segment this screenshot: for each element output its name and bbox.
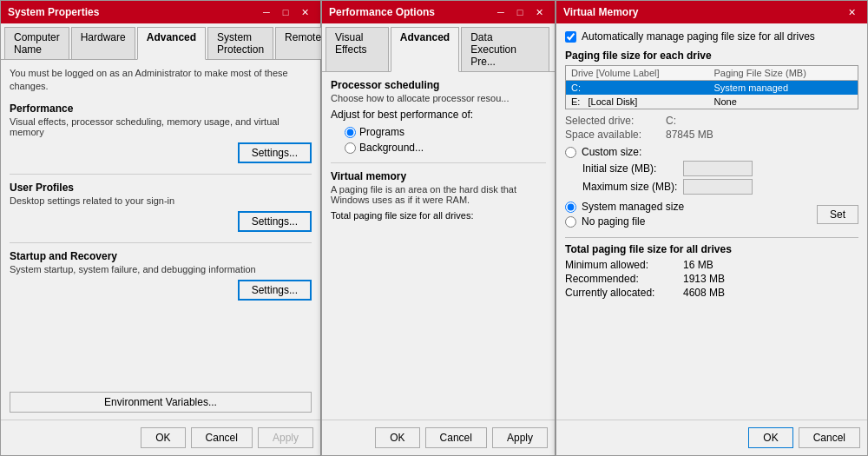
space-available-row: Space available: 87845 MB bbox=[565, 129, 858, 141]
user-profiles-settings-button[interactable]: Settings... bbox=[238, 211, 312, 232]
perf-close-button[interactable]: ✕ bbox=[530, 4, 548, 20]
space-available-label: Space available: bbox=[565, 129, 661, 141]
recommended-value: 1913 MB bbox=[683, 273, 725, 285]
perf-apply-button[interactable]: Apply bbox=[492, 427, 548, 448]
max-size-label: Maximum size (MB): bbox=[582, 181, 678, 193]
tab-advanced-perf[interactable]: Advanced bbox=[391, 27, 459, 72]
col-size: Paging File Size (MB) bbox=[708, 66, 858, 81]
vm-titlebar-controls: ✕ bbox=[843, 4, 860, 20]
vm-cancel-button[interactable]: Cancel bbox=[799, 427, 860, 448]
tab-advanced[interactable]: Advanced bbox=[137, 27, 206, 60]
cancel-button[interactable]: Cancel bbox=[191, 427, 253, 448]
minimize-button[interactable]: ─ bbox=[258, 4, 275, 20]
divider-2 bbox=[10, 242, 312, 243]
titlebar-controls: ─ □ ✕ bbox=[258, 4, 313, 20]
max-size-row: Maximum size (MB): bbox=[582, 179, 858, 195]
system-managed-label: System managed size bbox=[582, 201, 684, 213]
min-allowed-row: Minimum allowed: 16 MB bbox=[565, 259, 858, 271]
virtual-memory-title: Virtual Memory bbox=[563, 6, 638, 18]
currently-allocated-row: Currently allocated: 4608 MB bbox=[565, 287, 858, 299]
perf-maximize-button[interactable]: □ bbox=[511, 4, 529, 20]
performance-options-title: Performance Options bbox=[329, 6, 435, 18]
processor-scheduling-label: Processor scheduling bbox=[331, 79, 546, 91]
perf-ok-button[interactable]: OK bbox=[375, 427, 419, 448]
environment-variables-button[interactable]: Environment Variables... bbox=[10, 392, 312, 413]
apply-button[interactable]: Apply bbox=[258, 427, 313, 448]
perf-divider bbox=[331, 162, 546, 163]
processor-scheduling-desc: Choose how to allocate processor resou..… bbox=[331, 93, 546, 103]
tab-computer-name[interactable]: Computer Name bbox=[4, 27, 69, 59]
drive-c-size: System managed bbox=[708, 81, 858, 96]
auto-manage-row: Automatically manage paging file size fo… bbox=[565, 30, 858, 43]
programs-radio[interactable] bbox=[345, 127, 356, 138]
programs-radio-row: Programs bbox=[345, 126, 546, 138]
startup-settings-button[interactable]: Settings... bbox=[238, 280, 312, 301]
virtual-memory-content: Automatically manage paging file size fo… bbox=[556, 23, 867, 420]
background-radio-row: Background... bbox=[345, 142, 546, 154]
auto-manage-label: Automatically manage paging file size fo… bbox=[582, 30, 815, 43]
virtual-memory-label: Virtual memory bbox=[331, 170, 546, 182]
no-paging-radio[interactable] bbox=[565, 216, 576, 228]
no-paging-label: No paging file bbox=[582, 215, 645, 228]
total-paging-section: Total paging file size for all drives Mi… bbox=[565, 237, 858, 299]
ok-button[interactable]: OK bbox=[141, 427, 185, 448]
perf-titlebar-controls: ─ □ ✕ bbox=[492, 4, 548, 20]
divider-1 bbox=[10, 174, 312, 175]
virtual-memory-window: Virtual Memory ✕ Automatically manage pa… bbox=[556, 0, 868, 456]
auto-manage-checkbox[interactable] bbox=[565, 31, 576, 43]
system-properties-window: System Properties ─ □ ✕ Computer Name Ha… bbox=[0, 0, 321, 456]
drive-table: Drive [Volume Label] Paging File Size (M… bbox=[565, 65, 858, 109]
custom-size-radio[interactable] bbox=[565, 147, 576, 158]
selected-drive-row: Selected drive: C: bbox=[565, 115, 858, 127]
system-properties-title: System Properties bbox=[8, 6, 99, 18]
tab-hardware[interactable]: Hardware bbox=[71, 27, 135, 59]
virtual-memory-desc: A paging file is an area on the hard dis… bbox=[331, 184, 546, 205]
performance-desc: Visual effects, processor scheduling, me… bbox=[10, 116, 312, 137]
set-button[interactable]: Set bbox=[817, 205, 858, 224]
vm-ok-button[interactable]: OK bbox=[748, 427, 792, 448]
perf-cancel-button[interactable]: Cancel bbox=[425, 427, 487, 448]
system-properties-bottom-buttons: OK Cancel Apply bbox=[1, 420, 320, 455]
table-row[interactable]: C: System managed bbox=[566, 81, 858, 96]
currently-allocated-label: Currently allocated: bbox=[565, 287, 678, 299]
initial-size-input[interactable] bbox=[683, 161, 753, 176]
total-paging-title: Total paging file size for all drives bbox=[565, 243, 858, 255]
system-managed-row: System managed size bbox=[565, 201, 684, 213]
tab-visual-effects[interactable]: Visual Effects bbox=[326, 27, 389, 71]
startup-desc: System startup, system failure, and debu… bbox=[10, 264, 312, 274]
drive-e: E: [Local Disk] bbox=[566, 95, 709, 109]
size-options: System managed size No paging file bbox=[565, 198, 684, 230]
processor-radio-group: Programs Background... bbox=[345, 126, 546, 154]
admin-notice: You must be logged on as an Administrato… bbox=[10, 67, 312, 94]
table-row[interactable]: E: [Local Disk] None bbox=[566, 95, 858, 109]
tab-dep[interactable]: Data Execution Pre... bbox=[461, 27, 549, 71]
initial-size-label: Initial size (MB): bbox=[582, 162, 678, 175]
perf-minimize-button[interactable]: ─ bbox=[492, 4, 510, 20]
user-profiles-label: User Profiles bbox=[10, 182, 312, 194]
system-managed-radio[interactable] bbox=[565, 202, 576, 213]
max-size-input[interactable] bbox=[683, 179, 753, 195]
custom-size-label: Custom size: bbox=[582, 146, 641, 158]
total-paging-label: Total paging file size for all drives: bbox=[331, 210, 546, 221]
custom-size-row: Custom size: bbox=[565, 146, 858, 158]
best-perf-label: Adjust for best performance of: bbox=[331, 109, 546, 121]
close-button[interactable]: ✕ bbox=[296, 4, 313, 20]
vm-close-button[interactable]: ✕ bbox=[843, 4, 860, 20]
background-label: Background... bbox=[359, 142, 424, 154]
performance-options-window: Performance Options ─ □ ✕ Visual Effects… bbox=[321, 0, 556, 456]
drive-info: Selected drive: C: Space available: 8784… bbox=[565, 115, 858, 141]
perf-bottom-buttons: OK Cancel Apply bbox=[322, 420, 555, 455]
drive-e-size: None bbox=[708, 95, 858, 109]
performance-label: Performance bbox=[10, 102, 312, 115]
background-radio[interactable] bbox=[345, 142, 356, 154]
performance-settings-button[interactable]: Settings... bbox=[238, 142, 312, 163]
maximize-button[interactable]: □ bbox=[277, 4, 294, 20]
space-available-value: 87845 MB bbox=[666, 129, 713, 141]
paging-size-label: Paging file size for each drive bbox=[565, 50, 858, 62]
initial-size-row: Initial size (MB): bbox=[582, 161, 858, 176]
programs-label: Programs bbox=[359, 126, 404, 138]
tab-system-protection[interactable]: System Protection bbox=[207, 27, 273, 59]
recommended-label: Recommended: bbox=[565, 273, 678, 285]
system-properties-content: You must be logged on as an Administrato… bbox=[1, 60, 320, 385]
drive-c: C: bbox=[566, 81, 709, 96]
